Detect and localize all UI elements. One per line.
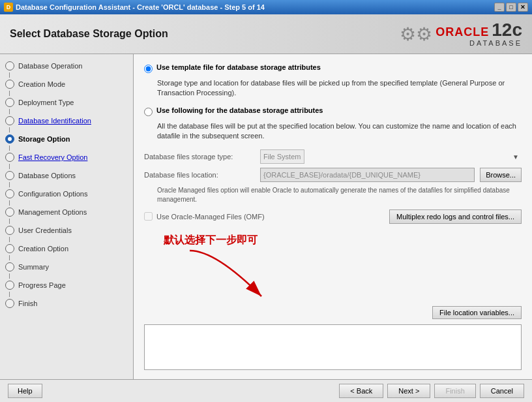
annotation-arrow	[177, 247, 307, 306]
oracle-sub: DATABASE	[469, 39, 522, 47]
dropdown-arrow-icon: ▼	[512, 153, 519, 160]
storage-type-select-wrapper[interactable]: File System ▼	[260, 149, 522, 164]
sidebar-item-database-identification[interactable]: Database Identification	[0, 114, 133, 127]
step-circle-9	[5, 208, 14, 217]
sidebar-label-database-operation: Database Operation	[18, 62, 82, 70]
radio-option-custom[interactable]: Use following for the database storage a…	[144, 106, 522, 116]
header: Select Database Storage Option ⚙⚙ ORACLE…	[0, 14, 532, 54]
step-circle-13	[5, 281, 14, 290]
oracle-logo: ⚙⚙ ORACLE 12c DATABASE	[400, 21, 522, 47]
radio-custom-label: Use following for the database storage a…	[156, 106, 323, 114]
sidebar-label-creation-mode: Creation Mode	[18, 80, 65, 88]
sidebar-label-storage-option: Storage Option	[18, 135, 70, 143]
step-circle-5	[5, 134, 14, 144]
window-title: Database Configuration Assistant - Creat…	[16, 3, 265, 11]
minimize-button[interactable]: _	[494, 3, 505, 12]
sidebar-item-creation-mode[interactable]: Creation Mode	[0, 78, 133, 91]
main-window: Select Database Storage Option ⚙⚙ ORACLE…	[0, 14, 532, 402]
step-circle-6	[5, 153, 14, 162]
sidebar-item-deployment-type[interactable]: Deployment Type	[0, 96, 133, 109]
cancel-button[interactable]: Cancel	[480, 384, 524, 398]
help-button[interactable]: Help	[8, 384, 42, 398]
annotation-container: 默认选择下一步即可	[164, 234, 522, 247]
sidebar-label-user-credentials: User Credentials	[18, 226, 72, 234]
step-circle-11	[5, 244, 14, 253]
sidebar-label-database-options: Database Options	[18, 172, 76, 179]
maximize-button[interactable]: □	[506, 3, 516, 12]
step-circle-2	[5, 80, 14, 89]
sidebar-label-creation-option: Creation Option	[18, 245, 68, 253]
browse-button[interactable]: Browse...	[480, 168, 522, 182]
storage-type-select[interactable]: File System	[260, 149, 304, 164]
oracle-brand: ORACLE	[436, 25, 489, 39]
sidebar-label-progress-page: Progress Page	[18, 281, 66, 289]
sidebar-label-management-options: Management Options	[18, 208, 87, 216]
sidebar-item-creation-option[interactable]: Creation Option	[0, 242, 133, 255]
radio-template-desc: Storage type and location for database f…	[157, 78, 522, 99]
gear-icon: ⚙⚙	[400, 23, 432, 45]
footer-nav-buttons: < Back Next > Finish Cancel	[339, 384, 524, 398]
storage-type-group: Database files storage type: File System…	[144, 149, 522, 164]
sidebar-item-configuration-options[interactable]: Configuration Options	[0, 187, 133, 200]
sidebar-label-database-identification: Database Identification	[18, 117, 91, 125]
omf-row: Use Oracle-Managed Files (OMF) Multiplex…	[144, 209, 522, 224]
sidebar-label-fast-recovery: Fast Recovery Option	[18, 153, 87, 161]
step-circle-1	[5, 61, 14, 70]
step-circle-7	[5, 171, 14, 180]
sidebar-item-progress-page[interactable]: Progress Page	[0, 279, 133, 292]
file-location-row: File location variables...	[144, 306, 522, 319]
sidebar-item-database-operation[interactable]: Database Operation	[0, 59, 133, 72]
sidebar-label-summary: Summary	[18, 263, 49, 271]
arrow-container	[144, 254, 522, 306]
sidebar-label-deployment-type: Deployment Type	[18, 99, 74, 106]
sidebar-item-database-options[interactable]: Database Options	[0, 169, 133, 182]
sidebar: Database Operation Creation Mode Deploym…	[0, 54, 134, 379]
window-controls[interactable]: _ □ ✕	[494, 3, 528, 12]
storage-type-label: Database files storage type:	[144, 153, 255, 161]
content-area: Database Operation Creation Mode Deploym…	[0, 54, 532, 379]
radio-custom-desc: All the database files will be put at th…	[157, 121, 522, 142]
multiplex-button[interactable]: Multiplex redo logs and control files...	[389, 209, 522, 224]
annotation-text: 默认选择下一步即可	[164, 234, 258, 245]
sidebar-item-summary[interactable]: Summary	[0, 260, 133, 273]
sidebar-item-finish[interactable]: Finish	[0, 297, 133, 310]
sidebar-label-configuration-options: Configuration Options	[18, 190, 87, 198]
sidebar-label-finish: Finish	[18, 300, 37, 307]
title-bar: D Database Configuration Assistant - Cre…	[0, 0, 532, 14]
location-input[interactable]	[260, 168, 475, 182]
step-circle-14	[5, 299, 14, 308]
step-circle-12	[5, 262, 14, 271]
radio-option-template[interactable]: Use template file for database storage a…	[144, 63, 522, 73]
sidebar-item-user-credentials[interactable]: User Credentials	[0, 224, 133, 237]
app-icon: D	[4, 3, 13, 12]
file-location-button[interactable]: File location variables...	[432, 306, 522, 319]
step-circle-4	[5, 116, 14, 125]
step-circle-10	[5, 226, 14, 235]
page-title: Select Database Storage Option	[10, 28, 168, 40]
next-button[interactable]: Next >	[387, 384, 430, 398]
omf-note: Oracle Managed files option will enable …	[157, 186, 522, 204]
white-box	[144, 324, 522, 370]
step-circle-3	[5, 98, 14, 107]
location-label: Database files location:	[144, 171, 255, 179]
sidebar-item-storage-option[interactable]: Storage Option	[0, 132, 133, 146]
omf-checkbox-label: Use Oracle-Managed Files (OMF)	[156, 213, 265, 221]
back-button[interactable]: < Back	[339, 384, 383, 398]
footer: Help < Back Next > Finish Cancel	[0, 379, 532, 402]
finish-button[interactable]: Finish	[434, 384, 475, 398]
radio-custom-input[interactable]	[144, 108, 153, 116]
location-group: Database files location: Browse...	[144, 168, 522, 182]
sidebar-item-management-options[interactable]: Management Options	[0, 206, 133, 219]
sidebar-item-fast-recovery[interactable]: Fast Recovery Option	[0, 151, 133, 164]
close-button[interactable]: ✕	[518, 3, 528, 12]
oracle-version: 12c	[492, 21, 522, 39]
radio-template-input[interactable]	[144, 65, 153, 73]
omf-checkbox[interactable]	[144, 212, 153, 221]
step-circle-8	[5, 189, 14, 198]
radio-template-label: Use template file for database storage a…	[156, 63, 321, 71]
main-content: Use template file for database storage a…	[134, 54, 532, 379]
